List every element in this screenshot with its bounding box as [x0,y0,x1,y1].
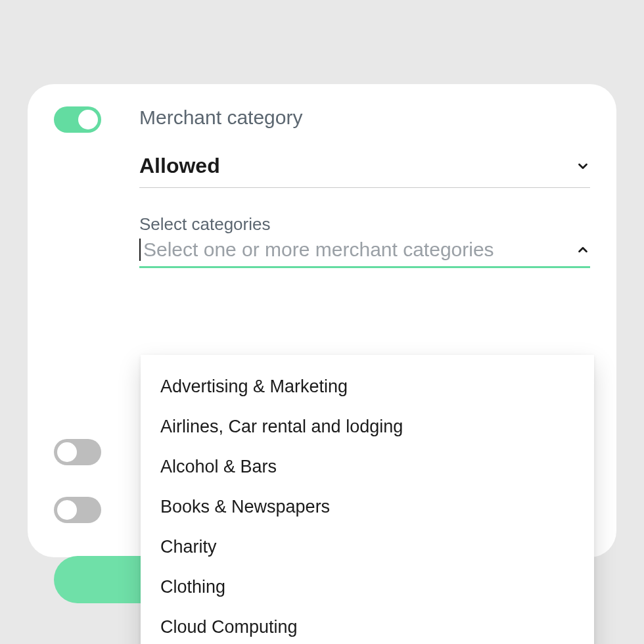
secondary-toggle-1[interactable] [54,439,101,465]
text-caret [139,239,141,261]
categories-input-wrap: Select one or more merchant categories [139,239,494,261]
categories-dropdown[interactable]: Advertising & Marketing Airlines, Car re… [141,355,594,644]
category-option[interactable]: Clothing [141,567,594,607]
merchant-category-title: Merchant category [139,106,590,129]
toggle-knob [57,500,77,520]
chevron-up-icon [576,242,590,257]
toggle-knob [57,442,77,462]
chevron-down-icon [576,159,590,173]
secondary-toggles-group [54,439,101,555]
categories-placeholder: Select one or more merchant categories [143,239,494,261]
category-option[interactable]: Books & Newspapers [141,487,594,527]
merchant-category-content: Merchant category Allowed Select categor… [139,103,590,268]
category-option[interactable]: Cloud Computing [141,607,594,644]
settings-card: Merchant category Allowed Select categor… [28,84,616,557]
category-option[interactable]: Charity [141,527,594,567]
merchant-category-row: Merchant category Allowed Select categor… [54,103,590,268]
secondary-toggle-2[interactable] [54,497,101,523]
categories-field-label: Select categories [139,214,590,235]
toggle-knob [78,110,98,129]
mode-select[interactable]: Allowed [139,154,590,188]
category-option[interactable]: Advertising & Marketing [141,367,594,407]
toggle-column [54,103,139,133]
mode-select-value: Allowed [139,154,220,178]
categories-multiselect[interactable]: Select one or more merchant categories [139,239,590,268]
category-option[interactable]: Airlines, Car rental and lodging [141,407,594,447]
merchant-category-toggle[interactable] [54,106,101,133]
category-option[interactable]: Alcohol & Bars [141,447,594,487]
